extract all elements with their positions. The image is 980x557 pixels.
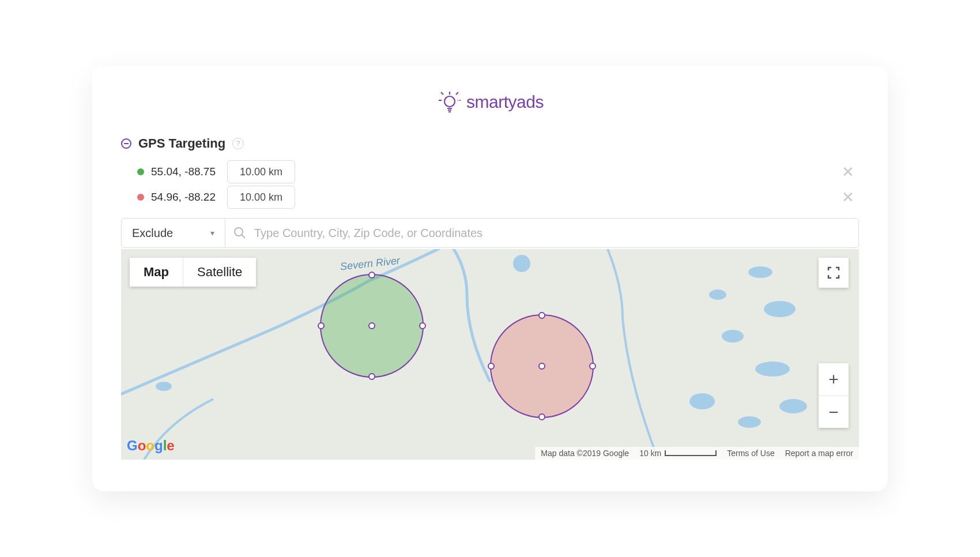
mode-select[interactable]: Exclude ▾ (122, 219, 225, 247)
report-error-link[interactable]: Report a map error (785, 449, 853, 458)
svg-point-9 (235, 228, 243, 236)
zoom-in-button[interactable]: + (819, 363, 849, 396)
tab-map[interactable]: Map (130, 258, 183, 287)
map-type-tabs: Map Satellite (130, 258, 256, 287)
geofence-include[interactable] (320, 274, 424, 378)
section-title: GPS Targeting (138, 136, 225, 151)
terms-link[interactable]: Terms of Use (727, 449, 774, 458)
zoom-out-button[interactable]: − (819, 396, 849, 428)
logo: smartyads (121, 89, 859, 115)
chevron-down-icon: ▾ (210, 228, 214, 238)
help-icon[interactable]: ? (232, 138, 244, 149)
search-icon (225, 219, 254, 247)
location-search-input[interactable] (254, 219, 858, 247)
zoom-controls: + − (819, 363, 849, 428)
lightbulb-icon (436, 89, 463, 115)
status-dot-exclude (137, 194, 144, 201)
section-header: GPS Targeting ? (121, 136, 859, 151)
remove-target-button[interactable]: ✕ (837, 190, 859, 205)
map-attribution: Map data ©2019 Google (541, 449, 629, 458)
fullscreen-button[interactable] (819, 258, 849, 288)
target-list: 55.04, -88.75 ✕ 54.96, -88.22 ✕ (137, 159, 859, 210)
mode-select-label: Exclude (132, 227, 173, 240)
fullscreen-icon (827, 266, 840, 279)
radius-input[interactable] (227, 160, 295, 183)
radius-input[interactable] (227, 186, 295, 209)
remove-target-button[interactable]: ✕ (837, 164, 859, 179)
svg-line-4 (441, 92, 443, 95)
target-row: 54.96, -88.22 ✕ (137, 185, 859, 210)
google-logo: Google (127, 438, 175, 454)
svg-line-10 (242, 235, 246, 239)
map-footer: Map data ©2019 Google 10 km Terms of Use… (535, 447, 859, 460)
brand-name: smartyads (466, 92, 544, 112)
scale-bar: 10 km (639, 449, 717, 458)
svg-point-0 (444, 96, 455, 107)
geofence-exclude[interactable] (490, 314, 594, 418)
collapse-icon[interactable] (121, 138, 131, 149)
target-row: 55.04, -88.75 ✕ (137, 159, 859, 185)
svg-line-5 (456, 92, 458, 95)
tab-satellite[interactable]: Satellite (183, 258, 256, 287)
target-coords: 55.04, -88.75 (151, 165, 220, 178)
gps-targeting-card: smartyads GPS Targeting ? 55.04, -88.75 … (92, 66, 888, 491)
status-dot-include (137, 168, 144, 175)
map[interactable]: Severn River Map Satellite + (121, 249, 859, 460)
search-bar: Exclude ▾ (121, 218, 859, 248)
target-coords: 54.96, -88.22 (151, 191, 220, 204)
